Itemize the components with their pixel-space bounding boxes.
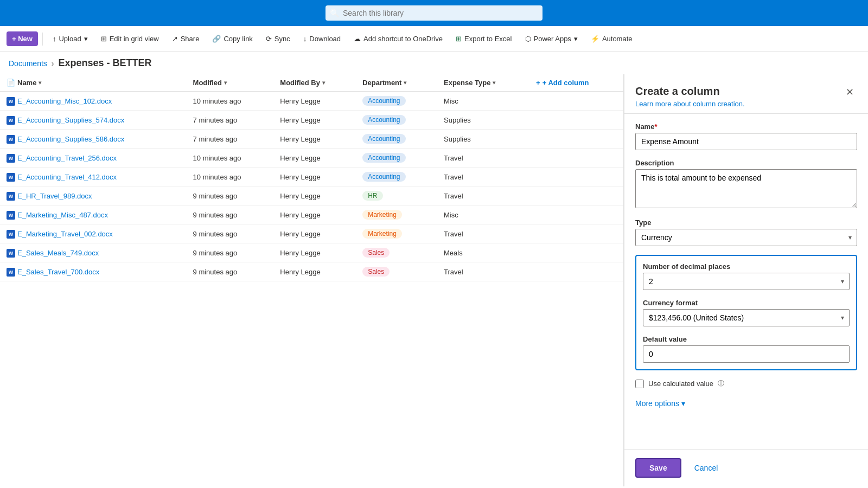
file-name-1[interactable]: E_Accounting_Supplies_574.docx xyxy=(17,116,124,124)
dept-badge-0: Accounting xyxy=(362,96,405,106)
cell-modified-9: 9 minutes ago xyxy=(187,262,274,281)
cell-empty-2 xyxy=(529,130,623,149)
type-select[interactable]: Currency Single line of text Multiple li… xyxy=(635,229,857,246)
close-panel-button[interactable]: ✕ xyxy=(843,85,857,99)
cell-empty-7 xyxy=(529,224,623,243)
name-field-group: Name* xyxy=(635,123,857,150)
cancel-button[interactable]: Cancel xyxy=(688,459,725,477)
th-add-column[interactable]: + + Add column xyxy=(529,74,623,92)
cell-department-2: Accounting xyxy=(356,130,437,149)
file-name-7[interactable]: E_Marketing_Travel_002.docx xyxy=(17,230,113,238)
currency-format-select-wrapper: $123,456.00 (United States) €123.456,00 … xyxy=(643,309,850,326)
search-wrapper: 🔍 xyxy=(326,5,542,21)
cell-empty-3 xyxy=(529,149,623,168)
cell-department-6: Marketing xyxy=(356,206,437,224)
file-name-6[interactable]: E_Marketing_Misc_487.docx xyxy=(17,211,108,219)
edit-grid-button[interactable]: ⊞ Edit in grid view xyxy=(95,31,164,46)
th-modified[interactable]: Modified ▾ xyxy=(187,74,274,92)
upload-icon: ↑ xyxy=(53,35,56,43)
use-calculated-label[interactable]: Use calculated value xyxy=(648,380,713,388)
breadcrumb: Documents › Expenses - BETTER xyxy=(0,52,868,74)
sync-button[interactable]: ⟳ Sync xyxy=(260,31,296,46)
file-name-8[interactable]: E_Sales_Meals_749.docx xyxy=(17,249,99,257)
onedrive-icon: ☁ xyxy=(354,35,361,43)
cell-expense-type-4: Travel xyxy=(437,168,529,187)
calculated-value-row: Use calculated value ⓘ xyxy=(635,379,857,388)
cell-department-3: Accounting xyxy=(356,149,437,168)
description-textarea[interactable]: This is total amount to be expensed xyxy=(635,169,857,208)
download-button[interactable]: ↓ Download xyxy=(298,31,346,46)
command-bar: + New ↑ Upload ▾ ⊞ Edit in grid view ↗ S… xyxy=(0,26,868,52)
sort-icon-modified: ▾ xyxy=(224,80,227,86)
use-calculated-checkbox[interactable] xyxy=(635,380,644,388)
sync-icon: ⟳ xyxy=(266,35,272,43)
file-name-4[interactable]: E_Accounting_Travel_412.docx xyxy=(17,173,117,181)
cell-modified-0: 10 minutes ago xyxy=(187,92,274,111)
cell-modified-4: 10 minutes ago xyxy=(187,168,274,187)
cell-expense-type-0: Misc xyxy=(437,92,529,111)
name-label: Name* xyxy=(635,123,857,131)
th-department[interactable]: Department ▾ xyxy=(356,74,437,92)
power-apps-button[interactable]: ⬡ Power Apps ▾ xyxy=(520,31,583,46)
decimal-select-wrapper: 0 1 2 3 4 5 ▾ xyxy=(643,273,850,290)
save-button[interactable]: Save xyxy=(635,458,681,478)
new-button[interactable]: + New xyxy=(7,31,38,46)
default-value-input[interactable] xyxy=(643,345,850,363)
file-name-2[interactable]: E_Accounting_Supplies_586.docx xyxy=(17,135,124,143)
word-icon-5: W xyxy=(7,192,15,201)
th-name[interactable]: 📄 Name ▾ xyxy=(0,74,187,92)
copy-link-button[interactable]: 🔗 Copy link xyxy=(207,31,258,46)
decimal-places-group: Number of decimal places 0 1 2 3 4 5 ▾ xyxy=(643,262,850,290)
cell-empty-6 xyxy=(529,206,623,224)
panel-header: Create a column Learn more about column … xyxy=(624,74,868,114)
currency-format-select[interactable]: $123,456.00 (United States) €123.456,00 … xyxy=(643,309,850,326)
table-row: W E_Sales_Travel_700.docx 9 minutes ago … xyxy=(0,262,623,281)
decimal-select[interactable]: 0 1 2 3 4 5 xyxy=(643,273,850,290)
more-options-button[interactable]: More options ▾ xyxy=(635,397,685,410)
panel-subtitle[interactable]: Learn more about column creation. xyxy=(635,100,745,108)
th-expense-type[interactable]: Expense Type ▾ xyxy=(437,74,529,92)
cell-expense-type-9: Travel xyxy=(437,262,529,281)
table-row: W E_Accounting_Travel_256.docx 10 minute… xyxy=(0,149,623,168)
cell-name-8: W E_Sales_Meals_749.docx xyxy=(0,243,187,262)
dept-badge-2: Accounting xyxy=(362,134,405,144)
share-button[interactable]: ↗ Share xyxy=(167,31,205,46)
currency-format-label: Currency format xyxy=(643,299,850,307)
download-icon: ↓ xyxy=(303,35,307,43)
table-row: W E_Marketing_Misc_487.docx 9 minutes ag… xyxy=(0,206,623,224)
cell-expense-type-1: Supplies xyxy=(437,111,529,130)
th-modified-by[interactable]: Modified By ▾ xyxy=(273,74,356,92)
breadcrumb-parent[interactable]: Documents xyxy=(9,59,47,68)
export-excel-button[interactable]: ⊞ Export to Excel xyxy=(450,31,517,46)
file-name-5[interactable]: E_HR_Travel_989.docx xyxy=(17,192,92,200)
file-name-3[interactable]: E_Accounting_Travel_256.docx xyxy=(17,154,117,162)
chevron-down-icon-more: ▾ xyxy=(681,399,685,408)
currency-format-group: Currency format $123,456.00 (United Stat… xyxy=(643,299,850,326)
dept-badge-6: Marketing xyxy=(362,210,402,220)
search-input[interactable] xyxy=(326,5,542,21)
create-column-panel: Create a column Learn more about column … xyxy=(624,74,868,486)
name-input[interactable] xyxy=(635,133,857,150)
chevron-down-icon-2: ▾ xyxy=(574,35,578,43)
panel-footer: Save Cancel xyxy=(624,449,868,486)
file-name-0[interactable]: E_Accounting_Misc_102.docx xyxy=(17,97,112,105)
cell-department-1: Accounting xyxy=(356,111,437,130)
cell-empty-1 xyxy=(529,111,623,130)
word-icon-6: W xyxy=(7,211,15,220)
cell-name-9: W E_Sales_Travel_700.docx xyxy=(0,262,187,281)
file-name-9[interactable]: E_Sales_Travel_700.docx xyxy=(17,268,99,276)
description-label: Description xyxy=(635,159,857,167)
upload-button[interactable]: ↑ Upload ▾ xyxy=(47,31,93,46)
cell-name-1: W E_Accounting_Supplies_574.docx xyxy=(0,111,187,130)
cell-modified-by-8: Henry Legge xyxy=(273,243,356,262)
cell-department-9: Sales xyxy=(356,262,437,281)
cell-name-3: W E_Accounting_Travel_256.docx xyxy=(0,149,187,168)
automate-button[interactable]: ⚡ Automate xyxy=(585,31,638,46)
automate-icon: ⚡ xyxy=(591,35,599,43)
cell-name-0: W E_Accounting_Misc_102.docx xyxy=(0,92,187,111)
add-shortcut-button[interactable]: ☁ Add shortcut to OneDrive xyxy=(348,31,448,46)
info-icon[interactable]: ⓘ xyxy=(718,379,724,388)
type-field-group: Type Currency Single line of text Multip… xyxy=(635,219,857,246)
cell-department-0: Accounting xyxy=(356,92,437,111)
breadcrumb-separator: › xyxy=(52,59,54,68)
